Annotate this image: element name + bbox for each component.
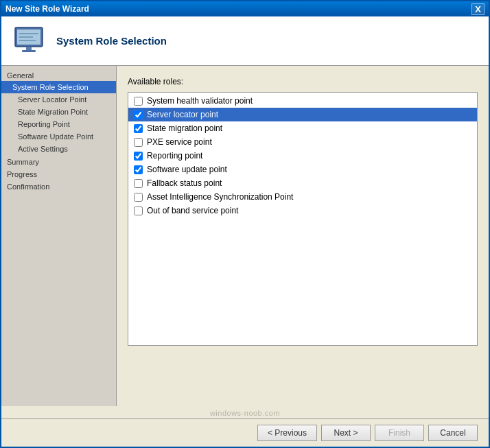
next-button[interactable]: Next > [321,425,371,441]
content-area: Available roles: System health validator… [117,66,489,406]
role-checkbox[interactable] [134,152,143,161]
role-checkbox[interactable] [134,193,143,202]
finish-button[interactable]: Finish [375,425,424,441]
sidebar-subitem-reporting[interactable]: Reporting Point [1,118,116,130]
role-item[interactable]: Server locator point [128,108,477,121]
sidebar-section-general: General [1,69,116,81]
role-label: Fallback status point [147,178,222,188]
previous-button[interactable]: < Previous [257,425,317,441]
window-title: New Site Role Wizard [5,4,89,14]
role-item[interactable]: System health validator point [128,94,477,108]
role-label: PXE service point [147,137,212,147]
role-item[interactable]: Reporting point [128,149,477,163]
role-item[interactable]: Asset Intelligence Synchronization Point [128,190,477,204]
role-checkbox[interactable] [134,124,143,133]
role-label: Asset Intelligence Synchronization Point [147,192,293,202]
header-title: System Role Selection [56,35,167,47]
role-checkbox[interactable] [134,207,143,215]
role-item[interactable]: PXE service point [128,135,477,149]
available-roles-label: Available roles: [128,77,478,86]
role-item[interactable]: Fallback status point [128,176,477,190]
role-label: Out of band service point [147,206,238,215]
role-checkbox[interactable] [134,165,143,174]
sidebar: General System Role Selection Server Loc… [1,66,117,406]
sidebar-item-system-role-selection[interactable]: System Role Selection [1,81,116,93]
role-label: State migration point [147,123,222,133]
main-area: General System Role Selection Server Loc… [1,66,489,406]
role-checkbox[interactable] [134,138,143,147]
wizard-window: New Site Role Wizard X System Role Selec… [0,0,490,448]
role-label: Server locator point [147,110,218,119]
role-label: Software update point [147,165,227,174]
watermark: windows-noob.com [1,406,489,418]
footer: < Previous Next > Finish Cancel [1,418,489,447]
cancel-button[interactable]: Cancel [428,425,478,441]
title-bar: New Site Role Wizard X [1,1,489,16]
close-button[interactable]: X [471,3,485,15]
role-item[interactable]: Software update point [128,163,477,176]
sidebar-subitem-server-locator[interactable]: Server Locator Point [1,93,116,106]
svg-rect-3 [22,50,36,52]
sidebar-section-progress: Progress [1,167,116,180]
role-item[interactable]: Out of band service point [128,204,477,217]
role-label: Reporting point [147,151,202,161]
sidebar-section-confirmation: Confirmation [1,180,116,192]
sidebar-section-summary: Summary [1,155,116,167]
wizard-icon [12,25,45,58]
sidebar-subitem-state-migration[interactable]: State Migration Point [1,106,116,118]
sidebar-subitem-active-settings[interactable]: Active Settings [1,143,116,155]
sidebar-subitem-software-update[interactable]: Software Update Point [1,130,116,143]
role-checkbox[interactable] [134,110,143,119]
roles-list-box: System health validator pointServer loca… [128,92,478,346]
role-item[interactable]: State migration point [128,121,477,135]
role-checkbox[interactable] [134,97,143,106]
role-checkbox[interactable] [134,179,143,188]
role-label: System health validator point [147,96,253,106]
header-panel: System Role Selection [1,16,489,66]
